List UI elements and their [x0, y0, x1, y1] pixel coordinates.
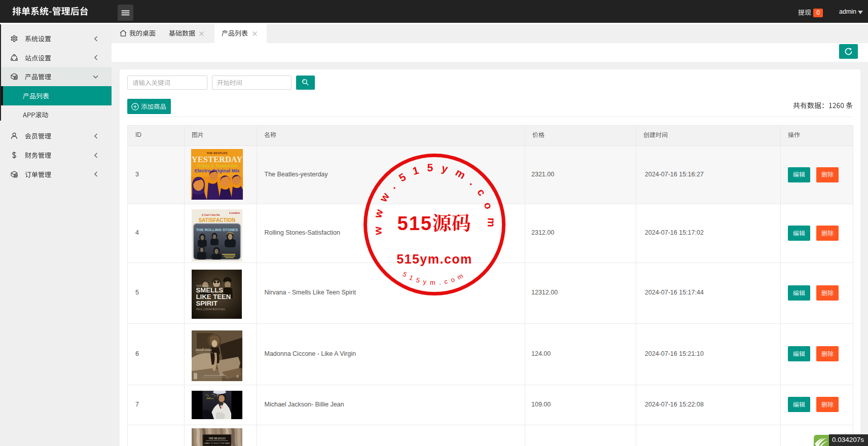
svg-text:THE BEATLES: THE BEATLES [208, 437, 226, 440]
svg-text:THE ROLLING STONES: THE ROLLING STONES [196, 228, 238, 232]
svg-text:madonna: madonna [196, 347, 212, 352]
svg-text:London: London [229, 211, 240, 214]
svg-text:PAUL LOGAN BOOTLEG: PAUL LOGAN BOOTLEG [196, 308, 225, 311]
svg-text:515ym.com: 515ym.com [402, 270, 468, 286]
svg-text:THE BEATLES: THE BEATLES [206, 152, 227, 155]
svg-text:515ym.com: 515ym.com [396, 252, 473, 266]
svg-text:515: 515 [397, 213, 432, 234]
svg-text:(I Can't Get No: (I Can't Get No [202, 213, 220, 216]
svg-text:SPIRIT: SPIRIT [196, 300, 218, 307]
svg-text:Electro Original Mix: Electro Original Mix [194, 168, 240, 173]
svg-text:SATISFACTION: SATISFACTION [199, 217, 236, 223]
svg-text:I WANT TO HOLD YOUR HAND: I WANT TO HOLD YOUR HAND [204, 442, 230, 444]
